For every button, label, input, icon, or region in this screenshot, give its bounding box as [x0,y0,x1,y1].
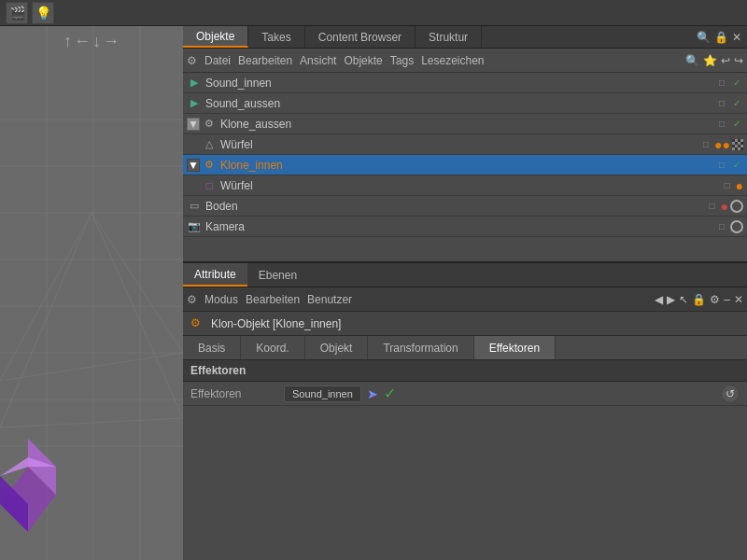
wuerfel1-label: Würfel [220,138,253,151]
sound-innen-icon: ▶ [187,76,202,91]
klon-icon: ⚙ [190,316,205,331]
attr-close-icon[interactable]: ✕ [734,293,743,306]
attr-lock-icon[interactable]: 🔒 [692,293,706,306]
main-tab-row: Objekte Takes Content Browser Struktur 🔍… [183,26,747,49]
sub-tab-objekt[interactable]: Objekt [305,336,369,359]
list-item[interactable]: ▼ ⚙ Klone_innen □ ✓ [183,155,747,175]
tab-content-browser[interactable]: Content Browser [305,26,416,48]
attribute-panel: Attribute Ebenen ⚙ Modus Bearbeiten Benu… [183,261,747,560]
klone-aussen-label: Klone_aussen [220,118,291,131]
toolbar-right-icon-4[interactable]: ↪ [734,54,743,67]
vis-icon-6: □ [721,179,734,192]
effektoren-label: Effektoren [190,387,284,400]
attr-tab-row: Attribute Ebenen [183,263,747,287]
top-bar-icons: 🎬 💡 [0,2,60,24]
tab-attribute[interactable]: Attribute [183,263,247,287]
sound-aussen-icon: ▶ [187,96,202,111]
klone-innen-icon: ⚙ [202,158,217,173]
sub-tab-basis[interactable]: Basis [183,336,241,359]
boden-icon: ▭ [187,199,202,214]
sub-tab-transformation[interactable]: Transformation [368,336,473,359]
effektoren-row: Effektoren Sound_innen ➤ ✓ ↺ [183,382,747,406]
menu-lesezeichen[interactable]: Lesezeichen [421,54,484,67]
close-icon[interactable]: ✕ [732,31,741,44]
top-bar: 🎬 💡 [0,0,747,26]
move-arrows: ↑ ← ↓ → [63,32,120,51]
tab-ebenen[interactable]: Ebenen [247,263,308,287]
object-list: ▶ Sound_innen □ ✓ ▶ Sound_aussen □ ✓ ▼ ⚙ [183,73,747,261]
menu-ansicht[interactable]: Ansicht [300,54,336,67]
vis-check-1: ✓ [730,77,743,90]
sub-tab-effektoren[interactable]: Effektoren [474,336,556,359]
attr-benutzer[interactable]: Benutzer [307,293,352,306]
menu-datei[interactable]: Datei [204,54,231,67]
effektoren-check-icon: ✓ [384,385,396,402]
move-down-icon: ↓ [92,32,101,51]
search-icon[interactable]: 🔍 [697,31,711,44]
attr-bearbeiten[interactable]: Bearbeiten [246,293,300,306]
purple-object [0,429,65,541]
attr-modus[interactable]: Modus [204,293,238,306]
object-title-row: ⚙ Klon-Objekt [Klone_innen] [183,312,747,336]
list-item[interactable]: ▭ Boden □ ● [183,196,747,217]
kamera-circle-icon [730,220,743,233]
klone-innen-folder-icon: ▼ [187,159,200,172]
move-right-icon: → [103,32,120,51]
menu-row: ⚙ Datei Bearbeiten Ansicht Objekte Tags … [183,49,747,73]
vis-check-5: ✓ [730,159,743,172]
attr-settings-icon[interactable]: ⚙ [710,293,720,306]
menu-tags[interactable]: Tags [390,54,414,67]
move-left-icon: ← [74,32,91,51]
effektoren-remove-button[interactable]: ↺ [721,385,740,403]
attr-arrow-left[interactable]: ◀ [655,293,663,306]
sound-aussen-label: Sound_aussen [205,97,280,110]
section-header-effektoren: Effektoren [183,360,747,382]
svg-line-13 [0,213,92,427]
main-area: ↑ ← ↓ → Objekte Takes Content Browser St… [0,26,747,560]
svg-line-11 [0,213,92,381]
checker-icon [732,139,743,150]
menu-bearbeiten[interactable]: Bearbeiten [238,54,292,67]
tab-struktur[interactable]: Struktur [416,26,482,48]
vis-icon-4: □ [699,138,712,151]
move-up-icon: ↑ [63,32,72,51]
boden-label: Boden [205,200,238,213]
light-icon[interactable]: 💡 [32,2,54,24]
camera-icon[interactable]: 🎬 [6,2,28,24]
lock-icon[interactable]: 🔒 [714,31,728,44]
list-item[interactable]: □ Würfel □ ● [183,175,747,196]
list-item[interactable]: △ Würfel □ ●● [183,134,747,155]
klone-aussen-icon: ⚙ [202,117,217,132]
svg-line-15 [0,353,183,381]
boden-circle-icon [730,200,743,213]
toolbar-right-icon-1[interactable]: 🔍 [685,54,699,67]
vis-icon-3: □ [715,118,728,131]
klone-innen-label: Klone_innen [220,159,283,172]
kamera-label: Kamera [205,220,245,233]
tab-takes[interactable]: Takes [248,26,304,48]
toolbar-right-icon-3[interactable]: ↩ [721,54,730,67]
object-title: Klon-Objekt [Klone_innen] [211,317,341,330]
menu-objekte[interactable]: Objekte [344,54,382,67]
wuerfel1-icon: △ [202,137,217,152]
wuerfel2-label: Würfel [220,179,253,192]
effektoren-tag: Sound_innen [284,385,361,402]
attr-minimize-icon[interactable]: – [724,293,730,306]
list-item[interactable]: ▼ ⚙ Klone_aussen □ ✓ [183,114,747,134]
tab-objekte[interactable]: Objekte [183,26,248,48]
right-panel: Objekte Takes Content Browser Struktur 🔍… [183,26,747,560]
list-item[interactable]: 📷 Kamera □ [183,217,747,237]
attr-toolbar: ⚙ Modus Bearbeiten Benutzer ◀ ▶ ↖ 🔒 ⚙ – … [183,287,747,312]
sub-tab-koord[interactable]: Koord. [241,336,304,359]
attr-cursor-icon[interactable]: ↖ [679,293,688,306]
wuerfel2-icon: □ [202,178,217,193]
toolbar-right-icon-2[interactable]: ⭐ [703,54,717,67]
gear-icon: ⚙ [187,54,197,67]
orange-dot-icon: ● [736,178,743,193]
attr-arrow-right[interactable]: ▶ [667,293,675,306]
list-item[interactable]: ▶ Sound_aussen □ ✓ [183,93,747,114]
orange-dots-icon: ●● [714,137,730,152]
effektoren-arrow-icon: ➤ [367,386,378,401]
vis-icon-8: □ [715,220,728,233]
list-item[interactable]: ▶ Sound_innen □ ✓ [183,73,747,93]
